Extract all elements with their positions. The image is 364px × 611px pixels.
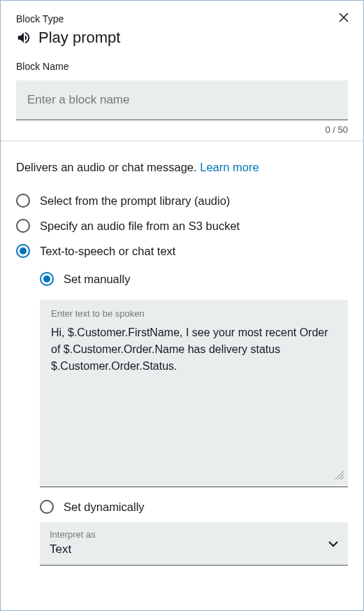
panel-header: Block Type Play prompt bbox=[1, 1, 363, 55]
resize-handle-icon[interactable] bbox=[334, 470, 345, 484]
interpret-as-value: Text bbox=[50, 542, 338, 556]
radio-icon bbox=[16, 194, 30, 208]
close-button[interactable] bbox=[337, 10, 351, 24]
radio-label: Specify an audio file from an S3 bucket bbox=[40, 220, 240, 233]
block-name-label: Block Name bbox=[16, 61, 348, 72]
radio-icon-selected bbox=[16, 244, 30, 258]
block-type-label: Block Type bbox=[16, 13, 348, 24]
panel-title: Play prompt bbox=[38, 29, 120, 47]
radio-label: Select from the prompt library (audio) bbox=[40, 194, 230, 208]
speech-text-input[interactable] bbox=[51, 324, 337, 478]
radio-prompt-library[interactable]: Select from the prompt library (audio) bbox=[16, 194, 348, 208]
sound-icon bbox=[16, 30, 31, 45]
prompt-source-radio-group: Select from the prompt library (audio) S… bbox=[16, 194, 348, 258]
interpret-as-select[interactable]: Interpret as Text bbox=[40, 522, 348, 566]
speech-text-field[interactable]: Enter text to be spoken bbox=[40, 300, 348, 487]
description-text: Delivers an audio or chat message. Learn… bbox=[16, 161, 348, 174]
radio-set-dynamically[interactable]: Set dynamically bbox=[40, 500, 348, 514]
radio-label: Set dynamically bbox=[64, 501, 145, 514]
radio-icon-selected bbox=[40, 272, 54, 286]
speech-text-label: Enter text to be spoken bbox=[51, 308, 337, 319]
radio-label: Text-to-speech or chat text bbox=[40, 245, 175, 258]
close-icon bbox=[337, 10, 351, 24]
block-name-section: Block Name bbox=[1, 55, 363, 120]
radio-label: Set manually bbox=[64, 273, 130, 286]
radio-s3-bucket[interactable]: Specify an audio file from an S3 bucket bbox=[16, 219, 348, 233]
radio-set-manually[interactable]: Set manually bbox=[40, 272, 348, 286]
radio-icon bbox=[40, 500, 54, 514]
learn-more-link[interactable]: Learn more bbox=[200, 161, 259, 173]
description-prefix: Delivers an audio or chat message. bbox=[16, 161, 200, 173]
chevron-down-icon bbox=[328, 538, 338, 550]
block-name-input[interactable] bbox=[16, 80, 348, 120]
radio-icon bbox=[16, 219, 30, 233]
tts-subgroup: Set manually Enter text to be spoken Set… bbox=[40, 272, 348, 514]
block-name-counter: 0 / 50 bbox=[1, 120, 363, 141]
interpret-as-label: Interpret as bbox=[50, 529, 338, 540]
content-area: Delivers an audio or chat message. Learn… bbox=[1, 141, 363, 566]
radio-tts[interactable]: Text-to-speech or chat text bbox=[16, 244, 348, 258]
title-row: Play prompt bbox=[16, 29, 348, 47]
